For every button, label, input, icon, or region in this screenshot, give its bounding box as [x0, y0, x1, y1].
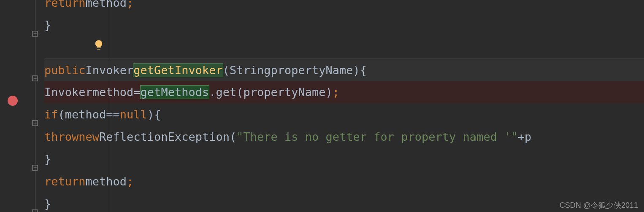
paren-open: ( — [230, 130, 236, 143]
param-name: propertyName — [271, 64, 353, 77]
operator-eq: == — [106, 108, 120, 121]
string-literal: "There is no getter for property named '… — [236, 130, 517, 143]
gutter-row — [0, 89, 44, 112]
paren-close: ) — [326, 86, 333, 99]
fold-up-icon[interactable] — [32, 164, 38, 171]
identifier-cut: p — [525, 130, 531, 143]
fold-minus-icon[interactable] — [32, 120, 38, 126]
arg: propertyName — [243, 86, 325, 99]
code-line[interactable]: if (method == null) { — [44, 103, 644, 126]
gutter-row — [0, 67, 44, 89]
type: Invoker — [86, 64, 134, 77]
paren-open: ( — [236, 86, 243, 99]
gutter-row — [0, 156, 44, 179]
method-call: get — [216, 86, 236, 99]
keyword-throw: throw — [44, 130, 78, 143]
gutter-row — [0, 201, 44, 212]
gutter-row — [0, 45, 44, 67]
gutter-row — [0, 134, 44, 156]
fold-up-icon[interactable] — [32, 30, 38, 37]
operator-plus: + — [518, 130, 525, 143]
code-line[interactable]: } — [44, 14, 644, 36]
method-name: getGetInvoker — [133, 64, 222, 77]
paren-close: ) — [353, 64, 360, 77]
semicolon: ; — [333, 86, 339, 99]
code-line[interactable]: throw new ReflectionException("There is … — [44, 126, 644, 148]
identifier: method — [86, 0, 127, 9]
fold-up-icon[interactable] — [32, 209, 38, 212]
paren-open: ( — [223, 64, 230, 77]
identifier: method — [86, 175, 127, 188]
breakpoint-icon[interactable] — [8, 96, 18, 106]
code-area[interactable]: return method; } public Invoker getGetIn… — [44, 0, 644, 212]
semicolon: ; — [127, 0, 133, 9]
code-line[interactable]: } — [44, 193, 644, 212]
paren-open: ( — [58, 108, 65, 121]
keyword-null: null — [120, 108, 147, 121]
keyword-new: new — [78, 130, 99, 143]
brace-close: } — [44, 153, 51, 166]
code-line[interactable]: return method; — [44, 0, 644, 14]
brace-open: { — [360, 64, 367, 77]
svg-rect-4 — [32, 209, 38, 212]
keyword-return: return — [44, 175, 86, 188]
code-line[interactable]: return method; — [44, 170, 644, 193]
keyword-public: public — [44, 64, 86, 77]
brace-open: { — [154, 108, 161, 121]
code-editor: return method; } public Invoker getGetIn… — [0, 0, 644, 212]
code-line-method[interactable]: public Invoker getGetInvoker(String prop… — [44, 59, 644, 81]
dot: . — [209, 86, 216, 99]
equals: = — [133, 86, 140, 99]
gutter-row — [0, 22, 44, 45]
param-type: String — [230, 64, 271, 77]
keyword-return: return — [44, 0, 86, 9]
identifier: method — [65, 108, 106, 121]
keyword-if: if — [44, 108, 58, 121]
watermark-text: CSDN @令狐少侠2011 — [560, 200, 638, 210]
gutter-row — [0, 179, 44, 201]
gutter-row — [0, 112, 44, 134]
code-line-breakpoint[interactable]: Invoker method = getMethods.get(property… — [44, 81, 644, 103]
brace-close: } — [44, 19, 51, 32]
code-line-blank[interactable] — [44, 36, 644, 59]
indent-guide — [109, 0, 109, 212]
paren-close: ) — [147, 108, 154, 121]
code-line[interactable]: } — [44, 148, 644, 170]
type: Invoker — [44, 86, 92, 99]
semicolon: ; — [127, 175, 133, 188]
brace-close: } — [44, 197, 51, 210]
identifier: method — [92, 86, 134, 99]
gutter — [0, 0, 44, 212]
gutter-row — [0, 0, 44, 22]
fold-minus-icon[interactable] — [32, 75, 38, 82]
identifier-highlighted: getMethods — [141, 86, 209, 99]
class-name: ReflectionException — [99, 130, 230, 143]
